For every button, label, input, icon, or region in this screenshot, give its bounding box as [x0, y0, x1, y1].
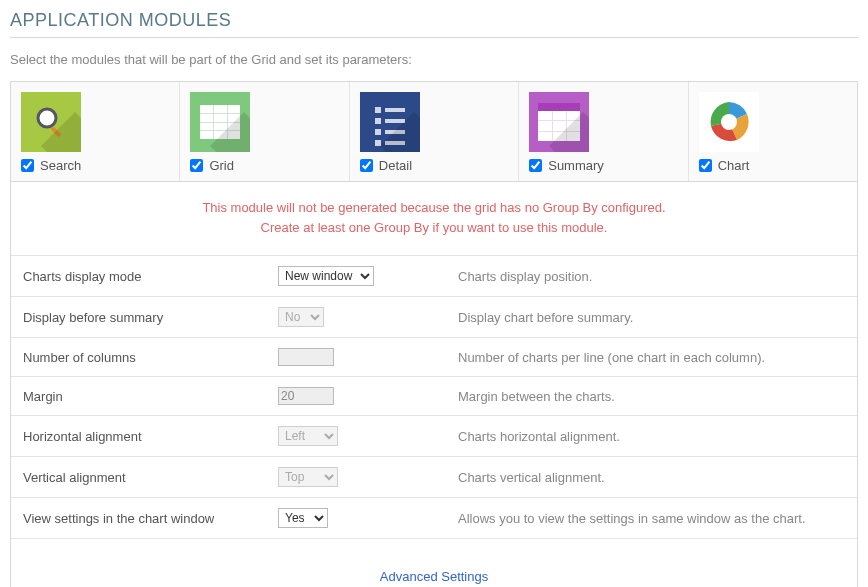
module-grid-label: Grid: [209, 158, 234, 173]
select-vertical-alignment[interactable]: Top: [278, 467, 338, 487]
module-summary-checkbox[interactable]: [529, 159, 542, 172]
module-chart-checkbox[interactable]: [699, 159, 712, 172]
desc-number-of-columns: Number of charts per line (one chart in …: [458, 350, 845, 365]
row-display-before-summary: Display before summary No Display chart …: [11, 297, 857, 338]
desc-display-before-summary: Display chart before summary.: [458, 310, 845, 325]
module-chart-label: Chart: [718, 158, 750, 173]
module-cell-detail: Detail: [350, 82, 519, 181]
label-display-before-summary: Display before summary: [23, 310, 278, 325]
row-vertical-alignment: Vertical alignment Top Charts vertical a…: [11, 457, 857, 498]
module-search-label: Search: [40, 158, 81, 173]
detail-module-icon: [360, 92, 420, 152]
desc-margin: Margin between the charts.: [458, 389, 845, 404]
module-detail-label: Detail: [379, 158, 412, 173]
select-display-before-summary[interactable]: No: [278, 307, 324, 327]
module-search-checkbox[interactable]: [21, 159, 34, 172]
module-selector-row: Search Grid: [11, 82, 857, 182]
row-view-settings: View settings in the chart window Yes Al…: [11, 498, 857, 539]
label-margin: Margin: [23, 389, 278, 404]
label-number-of-columns: Number of columns: [23, 350, 278, 365]
modules-panel: Search Grid: [10, 81, 858, 587]
input-number-of-columns[interactable]: [278, 348, 334, 366]
desc-charts-display-mode: Charts display position.: [458, 269, 845, 284]
module-cell-summary: Summary: [519, 82, 688, 181]
row-horizontal-alignment: Horizontal alignment Left Charts horizon…: [11, 416, 857, 457]
warning-line-1: This module will not be generated becaus…: [21, 198, 847, 218]
label-vertical-alignment: Vertical alignment: [23, 470, 278, 485]
page-title: APPLICATION MODULES: [10, 10, 858, 38]
advanced-settings-row: Advanced Settings: [11, 539, 857, 587]
row-charts-display-mode: Charts display mode New window Charts di…: [11, 256, 857, 297]
chart-module-icon: [699, 92, 759, 152]
grid-module-icon: [190, 92, 250, 152]
module-summary-label: Summary: [548, 158, 604, 173]
label-view-settings: View settings in the chart window: [23, 511, 278, 526]
module-summary-toggle[interactable]: Summary: [529, 158, 677, 173]
module-cell-chart: Chart: [689, 82, 857, 181]
warning-line-2: Create at least one Group By if you want…: [21, 218, 847, 238]
select-horizontal-alignment[interactable]: Left: [278, 426, 338, 446]
module-detail-toggle[interactable]: Detail: [360, 158, 508, 173]
row-number-of-columns: Number of columns Number of charts per l…: [11, 338, 857, 377]
advanced-settings-link[interactable]: Advanced Settings: [380, 569, 488, 584]
module-detail-checkbox[interactable]: [360, 159, 373, 172]
search-module-icon: [21, 92, 81, 152]
input-margin[interactable]: [278, 387, 334, 405]
svg-point-0: [38, 109, 56, 127]
label-charts-display-mode: Charts display mode: [23, 269, 278, 284]
svg-point-2: [721, 114, 737, 130]
select-view-settings[interactable]: Yes: [278, 508, 328, 528]
summary-module-icon: [529, 92, 589, 152]
module-chart-toggle[interactable]: Chart: [699, 158, 847, 173]
chart-settings-table: Charts display mode New window Charts di…: [11, 256, 857, 587]
label-horizontal-alignment: Horizontal alignment: [23, 429, 278, 444]
module-grid-toggle[interactable]: Grid: [190, 158, 338, 173]
desc-horizontal-alignment: Charts horizontal alignment.: [458, 429, 845, 444]
select-charts-display-mode[interactable]: New window: [278, 266, 374, 286]
instructions-text: Select the modules that will be part of …: [10, 52, 858, 67]
module-cell-search: Search: [11, 82, 180, 181]
module-grid-checkbox[interactable]: [190, 159, 203, 172]
desc-view-settings: Allows you to view the settings in same …: [458, 511, 845, 526]
groupby-warning: This module will not be generated becaus…: [11, 182, 857, 256]
module-cell-grid: Grid: [180, 82, 349, 181]
desc-vertical-alignment: Charts vertical alignment.: [458, 470, 845, 485]
svg-rect-1: [50, 126, 61, 137]
row-margin: Margin Margin between the charts.: [11, 377, 857, 416]
module-search-toggle[interactable]: Search: [21, 158, 169, 173]
